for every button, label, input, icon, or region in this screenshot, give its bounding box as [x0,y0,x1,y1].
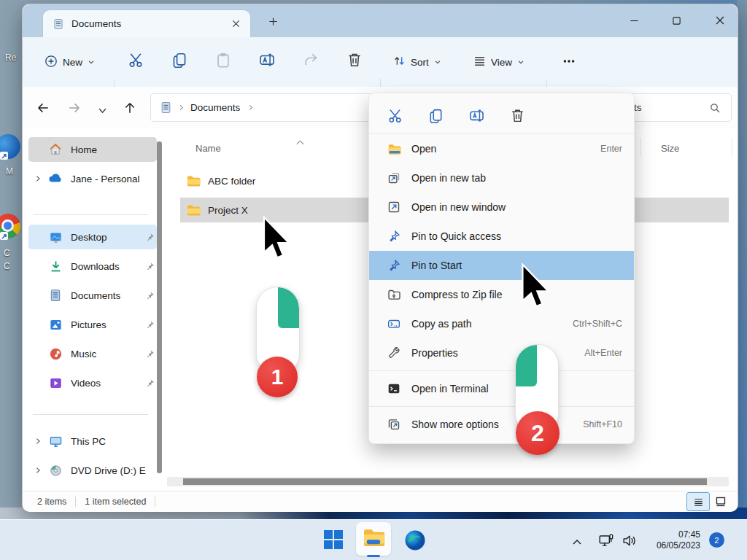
desktop: Re M C C Documents [0,0,747,560]
tab-close-icon[interactable] [230,18,241,30]
copy-button[interactable] [170,50,189,69]
network-icon[interactable] [598,532,614,551]
notification-badge[interactable]: 2 [709,532,724,548]
cut-icon[interactable] [385,106,404,125]
large-icons-view-toggle[interactable] [710,493,732,510]
rename-button[interactable] [258,50,276,69]
shortcut-arrow-icon [0,232,8,240]
chevron-right-icon[interactable] [28,175,47,182]
view-button[interactable]: View [473,55,525,69]
column-header-size[interactable]: Size [661,143,679,154]
menu-item-copy-as-path[interactable]: Copy as path Ctrl+Shift+C [369,309,634,338]
step-number: 1 [271,365,284,389]
start-button[interactable] [323,529,344,553]
titlebar: Documents [23,4,738,37]
wrench-icon [387,346,401,359]
document-icon [160,101,172,114]
sidebar-item-videos[interactable]: Videos [28,370,157,395]
open-new-window-icon [387,201,401,214]
menu-item-compress-to-zip[interactable]: Compress to Zip file [369,280,634,309]
sidebar-item-label: Downloads [71,261,142,272]
sidebar-item-label: This PC [71,436,157,447]
desktop-icon-label[interactable]: C [4,261,10,271]
status-bar: 2 items 1 item selected [23,491,738,512]
sidebar-item-onedrive[interactable]: Jane - Personal [28,166,157,191]
menu-item-open-in-new-window[interactable]: Open in new window [369,192,634,222]
volume-icon[interactable] [622,533,637,551]
menu-item-pin-to-quick-access[interactable]: Pin to Quick access [369,222,634,251]
cut-button[interactable] [126,50,145,69]
horizontal-scrollbar[interactable] [167,477,729,486]
copy-icon[interactable] [426,106,445,125]
copy-as-path-icon [387,317,401,330]
sidebar-item-documents[interactable]: Documents [28,283,157,308]
breadcrumb[interactable]: Documents [190,102,240,113]
recent-locations-icon[interactable] [98,105,107,118]
menu-item-properties[interactable]: Properties Alt+Enter [369,338,634,368]
taskbar-edge-button[interactable] [404,529,426,554]
pin-icon [142,378,157,388]
sidebar-item-label: Desktop [71,232,142,243]
up-icon[interactable] [123,101,136,117]
sidebar-item-label: Jane - Personal [71,174,157,184]
sort-button[interactable]: Sort [393,55,441,69]
desktop-icon-label[interactable]: C [4,248,10,258]
new-button[interactable]: New [44,55,95,70]
chevron-right-icon [178,104,185,111]
paste-button[interactable] [214,50,233,69]
context-menu: Open Enter Open in new tab Open in new w… [368,93,635,444]
tray-time: 07:45 [642,529,700,540]
new-tab-icon[interactable] [267,15,279,27]
command-bar: New Sort [23,37,738,88]
close-button[interactable] [714,15,726,26]
sidebar-item-pictures[interactable]: Pictures [28,312,157,337]
minimize-button[interactable] [628,15,640,26]
maximize-button[interactable] [670,15,682,26]
menu-item-open[interactable]: Open Enter [369,134,634,163]
step-badge-1: 1 [257,357,298,397]
menu-item-pin-to-start[interactable]: Pin to Start [369,251,634,280]
sidebar-item-downloads[interactable]: Downloads [28,254,157,279]
chevron-right-icon[interactable] [28,467,47,474]
selected-count: 1 item selected [85,497,146,507]
sidebar-item-music[interactable]: Music [28,341,157,366]
sidebar-scrollbar[interactable] [157,141,162,473]
delete-button[interactable] [345,50,364,69]
chevron-down-icon [434,57,441,68]
folder-icon [186,174,201,188]
open-folder-icon [387,142,401,156]
search-box[interactable]: ts [621,93,732,122]
shortcut-arrow-icon [0,152,8,160]
menu-item-open-in-new-tab[interactable]: Open in new tab [369,163,634,192]
forward-icon[interactable] [68,101,81,117]
chevron-right-icon[interactable] [28,438,47,445]
desktop-icon-label[interactable]: Re [5,52,16,63]
sort-arrows-icon [393,55,406,69]
clock[interactable]: 07:45 06/05/2023 [642,529,700,551]
tray-chevron-up-icon[interactable] [572,536,582,549]
more-options-icon[interactable] [560,52,578,71]
chevron-down-icon [517,57,525,68]
menu-item-show-more-options[interactable]: Show more options Shift+F10 [369,410,634,439]
pin-icon [142,262,157,271]
desktop-icon-label[interactable]: M [6,166,13,176]
sidebar-item-label: Home [71,144,157,155]
rename-icon[interactable] [467,106,486,125]
sidebar-item-home[interactable]: Home [28,137,157,162]
sidebar-item-dvd-drive[interactable]: DVD Drive (D:) E [28,458,157,483]
share-button[interactable] [301,50,320,69]
this-pc-icon [47,435,63,448]
delete-icon[interactable] [508,106,527,125]
menu-item-open-in-terminal[interactable]: Open in Terminal [369,374,634,403]
tab-documents[interactable]: Documents [43,10,250,37]
search-icon[interactable] [709,102,721,114]
sidebar-item-label: Documents [71,290,142,301]
back-icon[interactable] [36,101,50,117]
sidebar-item-desktop[interactable]: Desktop [28,225,157,249]
taskbar-file-explorer-button[interactable] [356,522,391,556]
column-header-name[interactable]: Name [196,143,221,154]
sidebar-item-this-pc[interactable]: This PC [28,429,157,454]
folder-icon [186,203,201,217]
details-view-toggle[interactable] [686,492,710,511]
sidebar-item-label: Music [71,349,142,359]
